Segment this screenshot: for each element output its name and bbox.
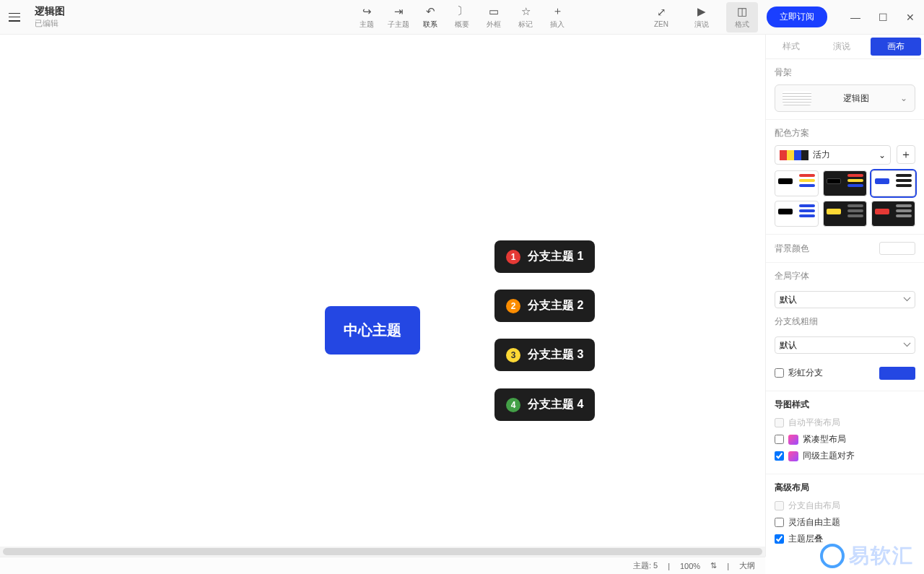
document-title: 逻辑图 [35,5,65,18]
theme-tile-4[interactable] [775,201,819,227]
marker-2-icon: 2 [506,299,520,313]
theme-tile-3[interactable] [871,170,915,196]
align-row[interactable]: 同级主题对齐 [775,450,915,462]
statusbar: 主题: 5 | 100% ⇅ | 大纲 [0,557,765,574]
tab-style[interactable]: 样式 [766,35,816,58]
add-scheme-button[interactable]: ＋ [897,145,915,164]
subscribe-button[interactable]: 立即订阅 [767,6,827,27]
tool-present[interactable]: ▶演说 [686,2,718,32]
branch-node-3[interactable]: 3 分支主题 3 [494,339,595,371]
format-panel: 样式 演说 画布 骨架 逻辑图 ⌄ 配色方案 活力 ⌄ [765,35,924,557]
branch-label: 分支主题 4 [528,397,583,412]
summary-icon: 〕 [456,5,468,18]
branch-node-4[interactable]: 4 分支主题 4 [494,388,595,421]
marker-3-icon: 3 [506,348,520,362]
compact-row[interactable]: 紧凑型布局 [775,433,915,445]
tool-zen[interactable]: ⤢ZEN [645,3,677,31]
zoom-level[interactable]: 100% [680,562,700,570]
document-status: 已编辑 [35,18,65,29]
bg-title: 背景颜色 [775,243,809,255]
stack-row[interactable]: 主题层叠 [775,533,915,545]
scheme-title: 配色方案 [775,127,915,139]
section-color-scheme: 配色方案 活力 ⌄ ＋ [766,120,924,235]
tool-subtopic[interactable]: ⇥子主题 [383,2,414,32]
stack-checkbox[interactable] [775,534,784,544]
structure-icon [783,91,811,105]
tool-summary[interactable]: 〕概要 [446,2,478,32]
theme-tile-1[interactable] [775,170,819,196]
marker-icon: ☆ [519,5,532,18]
pro-badge-icon [788,451,798,461]
theme-tile-2[interactable] [823,170,867,196]
zoom-stepper-icon[interactable]: ⇅ [710,561,717,570]
titlebar: 逻辑图 已编辑 ↪主题 ⇥子主题 ↶联系 〕概要 ▭外框 ☆标记 ＋插入 ⤢ZE… [0,0,924,35]
advanced-title: 高级布局 [775,482,915,494]
rainbow-color-button[interactable] [879,367,915,380]
tool-insert[interactable]: ＋插入 [541,2,573,32]
window-maximize-button[interactable]: ☐ [878,12,888,23]
theme-grid [775,170,915,227]
toolbar-center: ↪主题 ⇥子主题 ↶联系 〕概要 ▭外框 ☆标记 ＋插入 [351,2,573,32]
section-font: 全局字体 默认 分支线粗细 默认 彩虹分支 [766,263,924,391]
document-title-block: 逻辑图 已编辑 [35,5,65,29]
hamburger-icon [9,13,20,22]
section-frame: 骨架 逻辑图 ⌄ [766,59,924,120]
tab-present[interactable]: 演说 [816,35,867,58]
auto-balance-row: 自动平衡布局 [775,417,915,429]
scrollbar-thumb[interactable] [3,548,762,555]
font-select[interactable]: 默认 [775,291,915,308]
subtopic-icon: ⇥ [392,5,405,18]
status-sep: | [668,562,670,570]
branch-node-1[interactable]: 1 分支主题 1 [494,240,595,273]
window-minimize-button[interactable]: — [850,12,860,23]
font-title: 全局字体 [775,270,915,282]
branch-label: 分支主题 1 [528,249,583,264]
align-checkbox[interactable] [775,451,784,461]
relation-icon: ↶ [424,5,437,18]
scheme-value: 活力 [813,149,830,161]
color-scheme-select[interactable]: 活力 ⌄ [775,145,891,165]
structure-select[interactable]: 逻辑图 ⌄ [775,84,915,112]
scheme-swatches [780,150,808,160]
flex-topic-checkbox[interactable] [775,518,784,527]
free-branch-row: 分支自由布局 [775,500,915,512]
theme-tile-6[interactable] [871,201,915,227]
branch-label: 分支主题 2 [528,298,583,313]
tool-topic[interactable]: ↪主题 [351,2,383,32]
structure-value: 逻辑图 [843,92,869,105]
canvas[interactable]: 中心主题 1 分支主题 1 2 分支主题 2 3 分支主题 3 4 分支主题 4 [0,35,765,557]
tab-canvas[interactable]: 画布 [871,38,921,56]
auto-balance-checkbox [775,418,784,427]
boundary-icon: ▭ [487,5,500,18]
compact-checkbox[interactable] [775,435,784,444]
marker-1-icon: 1 [506,250,520,264]
window-close-button[interactable]: ✕ [905,12,915,23]
theme-tile-5[interactable] [823,201,867,227]
present-icon: ▶ [695,5,708,18]
frame-title: 骨架 [775,66,915,79]
free-branch-checkbox [775,501,784,510]
section-advanced: 高级布局 分支自由布局 灵活自由主题 主题层叠 [766,474,924,557]
tool-boundary[interactable]: ▭外框 [478,2,510,32]
branch-label: 分支主题 3 [528,347,583,362]
outline-button[interactable]: 大纲 [739,560,755,571]
panel-tabs: 样式 演说 画布 [766,35,924,59]
branch-node-2[interactable]: 2 分支主题 2 [494,290,595,322]
status-sep: | [727,562,729,570]
tool-format[interactable]: ◫格式 [726,2,758,32]
window-controls: — ☐ ✕ [850,12,915,23]
chevron-down-icon: ⌄ [879,150,886,160]
horizontal-scrollbar[interactable] [0,547,765,557]
rainbow-checkbox[interactable] [775,368,784,378]
main-menu-button[interactable] [0,0,29,35]
rainbow-row: 彩虹分支 [775,367,823,379]
tool-relation[interactable]: ↶联系 [414,2,446,32]
branch-width-title: 分支线粗细 [775,316,915,328]
topic-count: 主题: 5 [633,560,658,571]
branch-width-select[interactable]: 默认 [775,336,915,354]
center-topic-node[interactable]: 中心主题 [325,306,420,355]
bg-color-chip[interactable] [879,242,915,255]
tool-marker[interactable]: ☆标记 [510,2,541,32]
flex-topic-row[interactable]: 灵活自由主题 [775,516,915,529]
rainbow-label: 彩虹分支 [788,367,823,379]
